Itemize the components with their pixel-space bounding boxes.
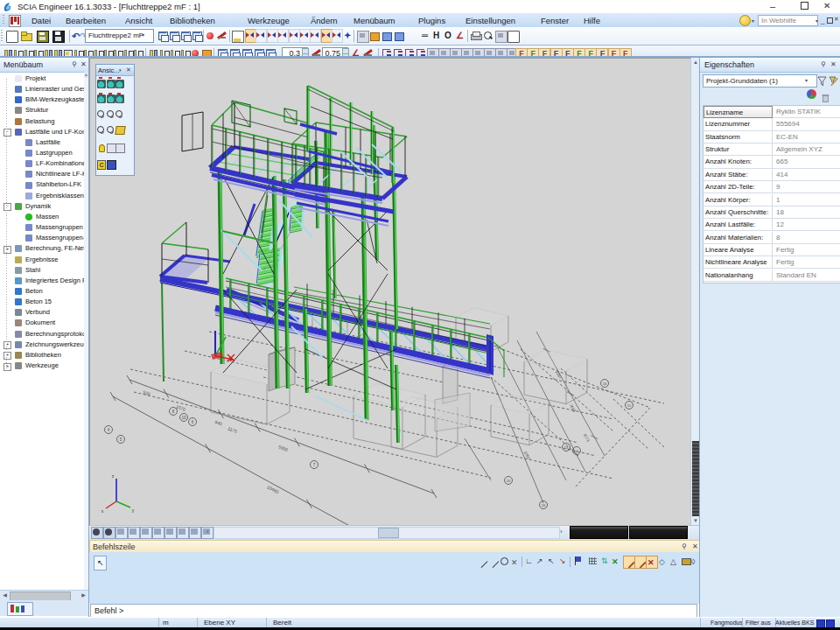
- svg-text:4: 4: [108, 428, 110, 432]
- svg-text:1060: 1060: [523, 451, 532, 461]
- svg-text:z: z: [112, 473, 115, 479]
- svg-text:16: 16: [542, 503, 546, 508]
- svg-text:13: 13: [564, 445, 569, 450]
- svg-text:7638: 7638: [569, 403, 578, 414]
- svg-text:20: 20: [507, 479, 511, 483]
- svg-text:10480: 10480: [266, 484, 279, 494]
- svg-text:8: 8: [172, 410, 175, 414]
- svg-text:1175: 1175: [228, 425, 238, 434]
- svg-text:4: 4: [576, 449, 578, 453]
- svg-text:1567: 1567: [555, 370, 564, 381]
- svg-text:7: 7: [313, 463, 316, 467]
- svg-text:6: 6: [192, 420, 194, 424]
- svg-text:9771: 9771: [583, 433, 592, 444]
- svg-text:15: 15: [627, 403, 632, 408]
- svg-text:10: 10: [181, 416, 186, 420]
- svg-text:x: x: [102, 508, 104, 514]
- svg-text:16: 16: [603, 382, 607, 386]
- svg-text:5000: 5000: [277, 444, 289, 452]
- svg-text:940: 940: [214, 419, 223, 427]
- svg-text:y: y: [132, 508, 135, 513]
- svg-text:5: 5: [120, 438, 122, 442]
